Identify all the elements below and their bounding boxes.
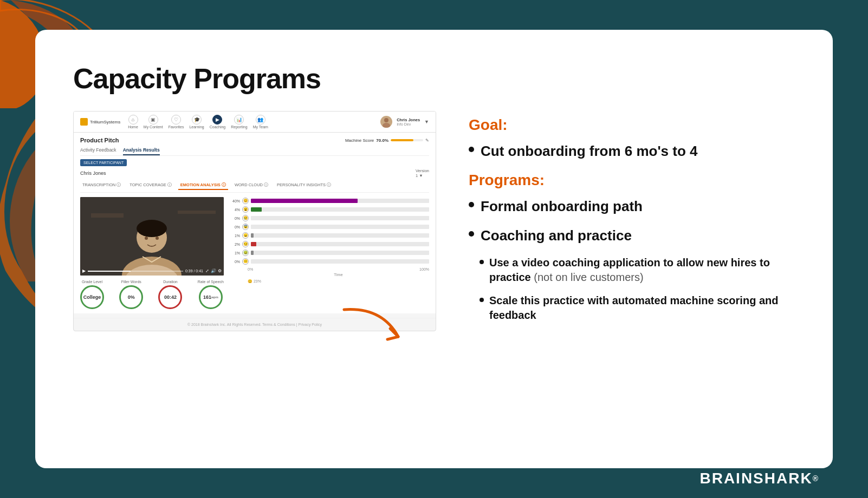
sub-bullet-dot-2 xyxy=(480,298,484,302)
nav-favorites[interactable]: ♡ Favorites xyxy=(169,115,184,129)
analysis-tabs: TRANSCRIPTION ⓘ TOPIC COVERAGE ⓘ EMOTION… xyxy=(80,181,429,193)
bullet-dot-1 xyxy=(469,147,474,152)
fullscreen-icon[interactable]: ⤢ xyxy=(205,268,209,273)
app-logo: TrilliumSystems xyxy=(80,118,120,126)
emotion-contempt-row: 2% 😏 xyxy=(228,240,429,248)
settings-icon[interactable]: ⚙ xyxy=(218,268,222,273)
score-fill xyxy=(391,139,413,141)
bullet-dot-2 xyxy=(469,202,474,207)
filler-words-circle: 0% xyxy=(119,285,143,309)
progress-fill xyxy=(88,271,131,272)
fear-bar-bg xyxy=(251,225,429,229)
home-icon: ⌂ xyxy=(128,115,138,124)
nav-learning[interactable]: 🎓 Learning xyxy=(189,115,204,129)
arrow-decoration xyxy=(339,304,404,348)
app-body: ▶ 0:39 / 0:41 ⤢ 🔊 ⚙ xyxy=(80,197,429,309)
happiness-bar-bg xyxy=(251,199,429,203)
sadness-icon: 😢 xyxy=(242,215,249,221)
play-button[interactable]: ▶ xyxy=(82,268,86,273)
app-nav-right: Chris Jones Info Dev ▼ xyxy=(380,116,429,128)
metric-grade-level: Grade Level College xyxy=(80,280,104,309)
tab-activity-feedback[interactable]: Activity Feedback xyxy=(80,146,116,155)
disgust-icon: 🤢 xyxy=(242,250,249,256)
emotion-neutral-row: 0% 😐 xyxy=(228,258,429,265)
svg-point-11 xyxy=(156,237,159,240)
nav-dropdown-icon[interactable]: ▼ xyxy=(424,119,429,124)
video-controls: ▶ 0:39 / 0:41 ⤢ 🔊 ⚙ xyxy=(82,268,222,273)
video-thumbnail[interactable]: ▶ 0:39 / 0:41 ⤢ 🔊 ⚙ xyxy=(80,197,224,276)
brainshark-name: BRAINSHARK xyxy=(699,470,812,487)
reporting-icon: 📊 xyxy=(234,115,244,124)
grade-level-circle: College xyxy=(80,285,104,309)
tab-word-cloud[interactable]: WORD CLOUD ⓘ xyxy=(232,181,270,190)
company-name: TrilliumSystems xyxy=(90,120,120,124)
app-screenshot: TrilliumSystems ⌂ Home ▣ My Content xyxy=(73,111,436,331)
surprise-icon: 😮 xyxy=(242,206,249,213)
tab-personality-insights[interactable]: PERSONALITY INSIGHTS ⓘ xyxy=(275,181,333,190)
participant-name: Chris Jones xyxy=(80,171,106,176)
bullet-text-formal: Formal onboarding path xyxy=(481,198,643,216)
content-area: TrilliumSystems ⌂ Home ▣ My Content xyxy=(73,111,795,441)
right-content: Goal: Cut onboarding from 6 mo's to 4 Pr… xyxy=(469,111,795,331)
duration-circle: 00:42 xyxy=(158,285,182,309)
emotion-disgust-row: 1% 🤢 xyxy=(228,249,429,257)
nav-myteam[interactable]: 👥 My Team xyxy=(253,115,268,129)
content-icon: ▣ xyxy=(148,115,158,124)
nav-content[interactable]: ▣ My Content xyxy=(144,115,163,129)
svg-point-10 xyxy=(145,237,148,240)
video-panel: ▶ 0:39 / 0:41 ⤢ 🔊 ⚙ xyxy=(80,197,224,309)
svg-rect-4 xyxy=(91,213,124,218)
contempt-bar-fill xyxy=(251,242,256,246)
surprise-bar-fill xyxy=(251,207,262,212)
neutral-icon: 😐 xyxy=(242,258,249,265)
machine-score-display: Machine Score 70.0% ✎ xyxy=(345,138,429,143)
tab-analysis-results[interactable]: Analysis Results xyxy=(123,146,160,155)
anger-icon: 😠 xyxy=(242,232,249,239)
nav-reporting[interactable]: 📊 Reporting xyxy=(231,115,247,129)
nav-icons: ⌂ Home ▣ My Content ♡ Favorites xyxy=(128,115,268,129)
svg-point-1 xyxy=(383,123,390,128)
speech-rate-circle: 161wpm xyxy=(199,285,223,309)
tab-topic-coverage[interactable]: TOPIC COVERAGE ⓘ xyxy=(127,181,173,190)
app-content-title: Product Pitch xyxy=(80,137,119,143)
svg-point-9 xyxy=(137,220,167,237)
version-label: Version1 ▼ xyxy=(416,168,429,178)
participant-row: Chris Jones Version1 ▼ xyxy=(80,168,429,178)
nav-coaching[interactable]: ▶ Coaching xyxy=(210,115,226,129)
favorites-icon: ♡ xyxy=(171,115,181,124)
emotion-fear-row: 0% 😨 xyxy=(228,223,429,231)
select-participant-btn[interactable]: SELECT PARTICIPANT xyxy=(80,159,127,166)
sub-bullet-text-scale: Scale this practice with automated machi… xyxy=(489,293,795,323)
bullet-text-coaching: Coaching and practice xyxy=(481,227,632,245)
metrics-row: Grade Level College Filler Words 0% Dura… xyxy=(80,280,224,309)
bullet-onboarding: Cut onboarding from 6 mo's to 4 xyxy=(469,142,795,161)
bullet-coaching: Coaching and practice xyxy=(469,227,795,245)
machine-score-value: 70.0% xyxy=(376,138,388,143)
metric-filler-words: Filler Words 0% xyxy=(119,280,143,309)
logo-icon xyxy=(80,118,88,126)
svg-rect-5 xyxy=(178,211,216,214)
screenshot-wrapper: TrilliumSystems ⌂ Home ▣ My Content xyxy=(73,111,436,331)
emotion-sadness-row: 0% 😢 xyxy=(228,214,429,222)
video-time: 0:39 / 0:41 xyxy=(185,269,203,273)
contempt-bar-bg xyxy=(251,242,429,246)
video-controls-right: ⤢ 🔊 ⚙ xyxy=(205,268,222,273)
progress-bar[interactable] xyxy=(88,271,183,272)
app-tabs: Activity Feedback Analysis Results xyxy=(80,146,429,156)
myteam-icon: 👥 xyxy=(256,115,265,124)
nav-home[interactable]: ⌂ Home xyxy=(128,115,138,129)
edit-score-icon[interactable]: ✎ xyxy=(425,138,429,143)
sub-bullet-dot-1 xyxy=(480,260,484,264)
tab-emotion-analysis[interactable]: EMOTION ANALYSIS ⓘ xyxy=(178,181,228,190)
emotion-bars: 40% 😊 4% 😮 xyxy=(228,197,429,265)
contempt-icon: 😏 xyxy=(242,241,249,247)
tab-transcription[interactable]: TRANSCRIPTION ⓘ xyxy=(80,181,123,190)
user-name: Chris Jones xyxy=(397,117,420,122)
app-header-row: Product Pitch Machine Score 70.0% ✎ xyxy=(80,137,429,143)
app-navbar: TrilliumSystems ⌂ Home ▣ My Content xyxy=(74,112,436,133)
volume-icon[interactable]: 🔊 xyxy=(211,268,216,273)
surprise-bar-bg xyxy=(251,207,429,212)
neutral-bar-bg xyxy=(251,259,429,264)
metric-duration: Duration 00:42 xyxy=(158,280,182,309)
avatar xyxy=(380,116,392,128)
